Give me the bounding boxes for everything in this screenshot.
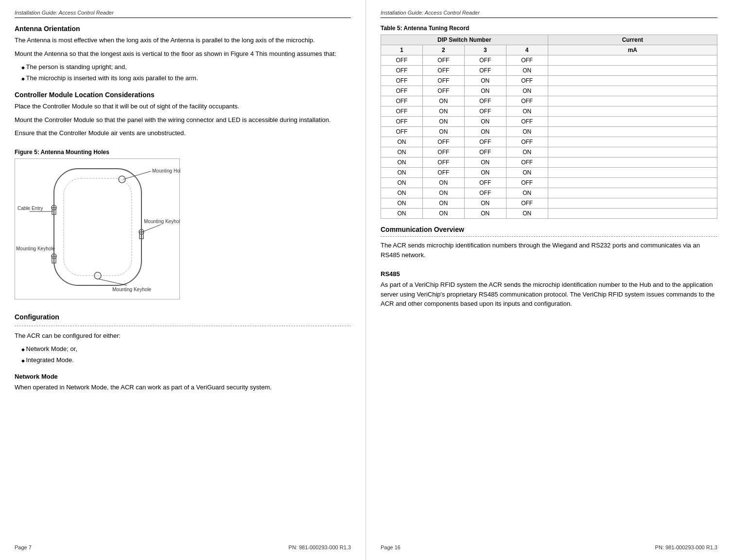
table-cell: OFF (464, 96, 506, 106)
table-cell (548, 188, 717, 198)
mounting-keyhole-right-label: Mounting Keyhole (144, 219, 180, 224)
table-cell (548, 198, 717, 209)
right-page-header: Installation Guide: Access Control Reade… (381, 10, 717, 18)
table-cell: ON (381, 209, 423, 219)
dip-table: DIP Switch Number Current 1 2 3 4 mA OFF… (381, 35, 717, 219)
rs485-section: RS485 As part of a VeriChip RFID system … (381, 270, 717, 313)
table-cell: OFF (464, 66, 506, 76)
mounting-hole-label: Mounting Hole (152, 168, 180, 174)
table-cell: ON (381, 188, 423, 198)
table-cell (548, 209, 717, 219)
table-cell (548, 137, 717, 147)
antenna-orientation-heading: Antenna Orientation (15, 25, 351, 33)
svg-line-13 (99, 279, 127, 285)
antenna-orientation-para1: The Antenna is most effective when the l… (15, 35, 351, 45)
antenna-bullet-1: The person is standing upright; and, (15, 62, 351, 72)
table-cell: OFF (381, 86, 423, 96)
table-cell: OFF (506, 178, 548, 188)
table-cell: ON (422, 198, 464, 209)
left-page: Installation Guide: Access Control Reade… (0, 0, 366, 560)
table-cell: ON (422, 127, 464, 137)
antenna-bullet-2: The microchip is inserted with its long … (15, 73, 351, 83)
current-header: Current (548, 35, 717, 45)
table-cell: OFF (464, 178, 506, 188)
table-cell: OFF (506, 137, 548, 147)
table-cell: ON (464, 168, 506, 178)
table-cell: OFF (506, 158, 548, 168)
svg-rect-0 (54, 169, 141, 285)
figure5-section: Figure 5: Antenna Mounting Holes (15, 149, 351, 306)
comm-dashed-line (381, 236, 717, 237)
table-cell: ON (464, 76, 506, 86)
svg-line-11 (123, 171, 151, 179)
table-row: OFFONOFFON (381, 106, 717, 117)
table-cell: ON (464, 86, 506, 96)
table-cell (548, 158, 717, 168)
table-cell: OFF (422, 86, 464, 96)
table-cell: OFF (422, 158, 464, 168)
network-mode-para1: When operated in Network Mode, the ACR c… (15, 383, 351, 392)
communication-para1: The ACR sends microchip identification n… (381, 241, 717, 260)
controller-module-para3: Ensure that the Controller Module air ve… (15, 128, 351, 138)
table-cell: OFF (464, 55, 506, 66)
mounting-keyhole-bottom-label: Mounting Keyhole (112, 287, 151, 292)
right-page: Installation Guide: Access Control Reade… (366, 0, 732, 560)
left-footer-page: Page 7 (15, 544, 32, 550)
table-cell: ON (506, 188, 548, 198)
left-page-footer: Page 7 PN: 981-000293-000 R1.3 (15, 540, 351, 550)
table-row: OFFONOFFOFF (381, 96, 717, 106)
table-cell: ON (464, 127, 506, 137)
table-cell: ON (381, 137, 423, 147)
table-cell (548, 55, 717, 66)
communication-heading: Communication Overview (381, 226, 717, 233)
table-cell: ON (506, 168, 548, 178)
table-cell (548, 117, 717, 127)
config-dashed-line (15, 326, 351, 326)
table-cell (548, 96, 717, 106)
table-cell: ON (464, 209, 506, 219)
table-cell (548, 168, 717, 178)
antenna-svg: Cable Entry Mounting Hole Mounting Keyho… (15, 159, 180, 300)
figure5-label: Figure 5: Antenna Mounting Holes (15, 149, 351, 156)
table-cell: OFF (381, 96, 423, 106)
col4-header: 4 (506, 45, 548, 55)
figure5-box: Cable Entry Mounting Hole Mounting Keyho… (15, 158, 180, 299)
table-row: ONONONON (381, 209, 717, 219)
table-cell: ON (381, 147, 423, 158)
table-row: OFFONONON (381, 127, 717, 137)
table-cell (548, 147, 717, 158)
table-cell: OFF (506, 117, 548, 127)
table-cell: ON (506, 106, 548, 117)
ma-header: mA (548, 45, 717, 55)
table-cell (548, 86, 717, 96)
table-cell: ON (506, 147, 548, 158)
mounting-keyhole-left-label: Mounting Keyhole (16, 246, 55, 251)
table-cell: OFF (381, 66, 423, 76)
dip-switch-number-header: DIP Switch Number (381, 35, 548, 45)
table-cell: ON (506, 127, 548, 137)
table-row: ONOFFOFFON (381, 147, 717, 158)
table-cell (548, 127, 717, 137)
table-cell: OFF (422, 55, 464, 66)
col1-header: 1 (381, 45, 423, 55)
right-footer-pn: PN: 981-000293-000 R1.3 (655, 544, 717, 550)
table-cell: ON (422, 96, 464, 106)
config-bullet-1: Network Mode; or, (15, 344, 351, 354)
right-footer-page: Page 16 (381, 544, 401, 550)
configuration-para1: The ACR can be configured for either: (15, 331, 351, 341)
col2-header: 2 (422, 45, 464, 55)
table-cell: ON (464, 158, 506, 168)
table-cell: ON (464, 117, 506, 127)
controller-module-heading: Controller Module Location Consideration… (15, 91, 351, 99)
table-cell: ON (422, 209, 464, 219)
table-cell: OFF (422, 76, 464, 86)
cable-entry-label: Cable Entry (17, 206, 43, 211)
table-cell: OFF (506, 198, 548, 209)
table-cell (548, 106, 717, 117)
table-row: ONONONOFF (381, 198, 717, 209)
table-cell: ON (381, 178, 423, 188)
table-cell: ON (381, 168, 423, 178)
table-row: OFFOFFOFFOFF (381, 55, 717, 66)
svg-rect-1 (64, 178, 132, 276)
table-cell (548, 76, 717, 86)
